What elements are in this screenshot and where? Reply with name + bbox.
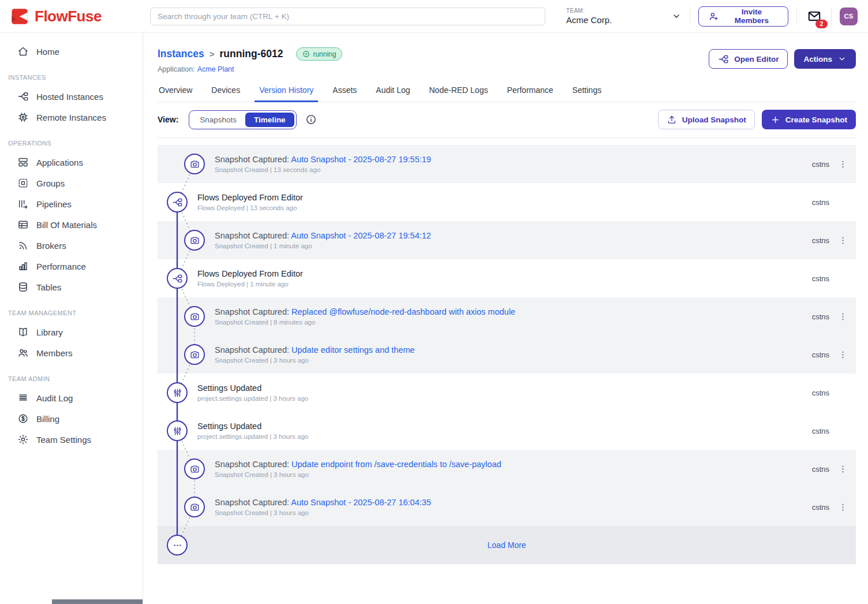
load-more-link[interactable]: Load More	[158, 540, 856, 550]
timeline-row-body: Snapshot Captured: Auto Snapshot - 2025-…	[158, 498, 797, 516]
sidebar-item-label: Members	[36, 348, 73, 358]
timeline-row: Snapshot Captured: Auto Snapshot - 2025-…	[158, 145, 856, 183]
sidebar-item-bill-of-materials[interactable]: Bill Of Materials	[0, 214, 143, 235]
settings-updated-icon	[172, 387, 183, 398]
sidebar-item-label: Groups	[36, 178, 65, 188]
timeline-row-user: cstns	[797, 465, 829, 473]
snapshot-link[interactable]: Replaced @flowfuse/node-red-dashboard wi…	[291, 307, 515, 316]
team-selector[interactable]: TEAM: Acme Corp.	[566, 8, 682, 25]
view-toggle-timeline[interactable]: Timeline	[245, 113, 294, 127]
user-avatar[interactable]: CS	[840, 8, 858, 25]
sidebar-item-hosted-instances[interactable]: Hosted Instances	[0, 86, 143, 107]
event-title: Flows Deployed From Editor	[197, 269, 303, 278]
sidebar-item-team-settings[interactable]: Team Settings	[0, 429, 143, 450]
invite-members-button[interactable]: Invite Members	[698, 6, 788, 27]
apps-icon	[17, 156, 29, 168]
sidebar-item-audit-log[interactable]: Audit Log	[0, 387, 143, 408]
camera-icon	[184, 230, 205, 251]
timeline-row-title: Settings Updated	[197, 383, 797, 393]
tab-version-history[interactable]: Version History	[258, 82, 315, 102]
sidebar-item-members[interactable]: Members	[0, 342, 143, 363]
sidebar-item-brokers[interactable]: Brokers	[0, 235, 143, 256]
info-icon[interactable]	[305, 114, 317, 125]
search-input[interactable]	[150, 8, 545, 25]
camera-icon	[189, 159, 200, 170]
timeline-row-title: Snapshot Captured: Auto Snapshot - 2025-…	[215, 498, 797, 507]
kebab-icon	[838, 312, 848, 322]
sidebar-item-label: Bill Of Materials	[36, 220, 97, 230]
sidebar-item-applications[interactable]: Applications	[0, 152, 143, 173]
application-line: Application:Acme Plant	[158, 65, 342, 73]
actions-button[interactable]: Actions	[794, 49, 856, 69]
gear-icon	[17, 434, 29, 445]
camera-icon	[184, 344, 205, 365]
row-menu-button[interactable]	[829, 159, 856, 169]
timeline-row-user: cstns	[797, 160, 829, 169]
notifications-button[interactable]: 2	[805, 9, 823, 24]
application-link[interactable]: Acme Plant	[197, 65, 234, 73]
status-badge: running	[296, 47, 342, 61]
snapshot-link[interactable]: Auto Snapshot - 2025-08-27 19:55:19	[291, 155, 431, 164]
sidebar-item-remote-instances[interactable]: Remote Instances	[0, 107, 143, 128]
upload-snapshot-label: Upload Snapshot	[682, 115, 746, 124]
timeline-row: Snapshot Captured: Auto Snapshot - 2025-…	[158, 221, 856, 259]
open-editor-button[interactable]: Open Editor	[709, 49, 788, 69]
timeline-row: Snapshot Captured: Auto Snapshot - 2025-…	[158, 488, 856, 526]
timeline-row-title: Snapshot Captured: Auto Snapshot - 2025-…	[215, 155, 797, 164]
timeline-row-user: cstns	[797, 427, 829, 435]
upload-snapshot-button[interactable]: Upload Snapshot	[658, 110, 755, 129]
row-menu-button[interactable]	[829, 312, 856, 322]
row-menu-button[interactable]	[829, 350, 856, 360]
tab-assets[interactable]: Assets	[331, 82, 358, 102]
deploy-icon	[167, 192, 188, 212]
kebab-icon	[838, 159, 848, 169]
sidebar-item-library[interactable]: Library	[0, 322, 143, 342]
sidebar: HomeINSTANCESHosted InstancesRemote Inst…	[0, 33, 143, 604]
sidebar-item-home[interactable]: Home	[0, 41, 143, 62]
tab-audit-log[interactable]: Audit Log	[375, 82, 411, 102]
row-menu-button[interactable]	[829, 236, 856, 245]
tab-devices[interactable]: Devices	[210, 82, 241, 102]
sidebar-item-groups[interactable]: Groups	[0, 173, 143, 193]
instance-name: running-6012	[220, 48, 283, 60]
deploy-icon	[172, 273, 183, 284]
flowfuse-logo[interactable]: FlowFuse	[0, 7, 143, 26]
page-head: Instances > running-6012 running Applica…	[158, 33, 856, 73]
tab-overview[interactable]: Overview	[158, 82, 193, 102]
header-divider	[796, 8, 797, 25]
tab-settings[interactable]: Settings	[571, 82, 603, 102]
row-menu-button[interactable]	[829, 464, 856, 474]
team-label: TEAM:	[566, 8, 612, 14]
sidebar-item-billing[interactable]: Billing	[0, 408, 143, 429]
version-history-toolbar: View: SnapshotsTimeline Upload Snapshot …	[158, 110, 856, 138]
snapshot-prefix: Snapshot Captured:	[215, 155, 291, 164]
create-snapshot-label: Create Snapshot	[785, 115, 847, 124]
camera-icon	[189, 235, 200, 246]
event-title: Settings Updated	[197, 383, 261, 393]
sidebar-item-performance[interactable]: Performance	[0, 256, 143, 277]
camera-icon	[189, 502, 200, 513]
app-shell: HomeINSTANCESHosted InstancesRemote Inst…	[0, 33, 868, 604]
tab-node-red-logs[interactable]: Node-RED Logs	[428, 82, 489, 102]
status-running-icon	[302, 50, 310, 58]
instance-tabs: OverviewDevicesVersion HistoryAssetsAudi…	[158, 82, 856, 102]
sidebar-scrollbar[interactable]	[52, 599, 143, 604]
timeline-row-title: Snapshot Captured: Auto Snapshot - 2025-…	[215, 231, 797, 240]
snapshot-link[interactable]: Auto Snapshot - 2025-08-27 19:54:12	[291, 231, 431, 240]
header-divider	[831, 8, 832, 25]
plus-icon	[770, 115, 780, 125]
tab-performance[interactable]: Performance	[506, 82, 554, 102]
invite-members-label: Invite Members	[724, 8, 779, 25]
row-menu-button[interactable]	[829, 502, 856, 512]
sidebar-item-pipelines[interactable]: Pipelines	[0, 193, 143, 214]
breadcrumb-instances-link[interactable]: Instances	[158, 48, 204, 60]
list-icon	[17, 392, 29, 404]
create-snapshot-button[interactable]: Create Snapshot	[762, 110, 856, 129]
settings-updated-icon	[167, 382, 188, 403]
snapshot-link[interactable]: Auto Snapshot - 2025-08-27 16:04:35	[291, 498, 431, 507]
kebab-icon	[838, 464, 848, 474]
sidebar-item-tables[interactable]: Tables	[0, 277, 143, 297]
snapshot-link[interactable]: Update editor settings and theme	[291, 345, 415, 355]
view-toggle-snapshots[interactable]: Snapshots	[191, 113, 245, 127]
snapshot-link[interactable]: Update endpoint from /save-credentials t…	[291, 460, 502, 469]
